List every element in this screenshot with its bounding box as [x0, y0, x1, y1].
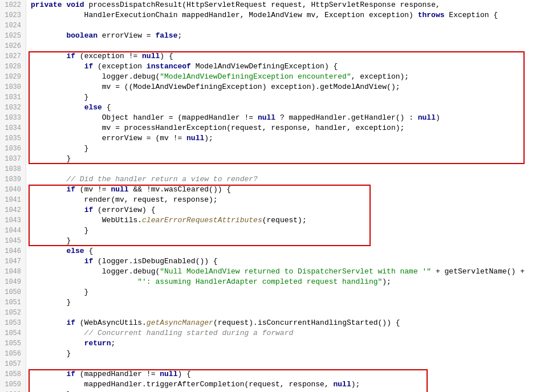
line-number: 1050	[0, 287, 26, 297]
line-content: // Did the handler return a view to rend…	[26, 174, 536, 185]
line-number: 1053	[0, 318, 26, 328]
line-content: mappedHandler.triggerAfterCompletion(req…	[26, 379, 536, 390]
line-number: 1037	[0, 154, 26, 164]
table-row: 1047 if (logger.isDebugEnabled()) {	[0, 256, 536, 267]
line-number: 1026	[0, 41, 26, 51]
line-number: 1029	[0, 72, 26, 82]
line-content: }	[26, 236, 536, 246]
line-number: 1046	[0, 246, 26, 256]
line-content: mv = ((ModelAndViewDefiningException) ex…	[26, 82, 536, 92]
table-row: 1031 }	[0, 92, 536, 103]
line-number: 1033	[0, 113, 26, 123]
table-row: 1030 mv = ((ModelAndViewDefiningExceptio…	[0, 82, 536, 92]
line-content: if (mv != null && !mv.wasCleared()) {	[26, 185, 536, 195]
table-row: 1022private void processDispatchResult(H…	[0, 0, 536, 10]
line-number: 1031	[0, 92, 26, 103]
table-row: 1027 if (exception != null) {	[0, 51, 536, 62]
table-row: 1034 mv = processHandlerException(reques…	[0, 123, 536, 133]
line-number: 1059	[0, 379, 26, 390]
line-number: 1055	[0, 338, 26, 349]
line-content: Object handler = (mappedHandler != null …	[26, 113, 536, 123]
table-row: 1036 }	[0, 144, 536, 154]
line-number: 1038	[0, 164, 26, 174]
line-content: if (mappedHandler != null) {	[26, 369, 536, 379]
table-row: 1037 }	[0, 154, 536, 164]
line-number: 1043	[0, 215, 26, 226]
line-number: 1022	[0, 0, 26, 10]
line-content: }	[26, 349, 536, 359]
line-content: return;	[26, 338, 536, 349]
line-content: HandlerExecutionChain mappedHandler, Mod…	[26, 10, 536, 21]
line-number: 1030	[0, 82, 26, 92]
table-row: 1055 return;	[0, 338, 536, 349]
line-content: WebUtils.clearErrorRequestAttributes(req…	[26, 215, 536, 226]
line-number: 1052	[0, 308, 26, 318]
table-row: 1056 }	[0, 349, 536, 359]
line-number: 1057	[0, 359, 26, 369]
line-content: if (exception != null) {	[26, 51, 536, 62]
table-row: 1046 else {	[0, 246, 536, 256]
line-content: }	[26, 390, 536, 392]
table-row: 1029 logger.debug("ModelAndViewDefiningE…	[0, 72, 536, 82]
line-content: }	[26, 154, 536, 164]
line-number: 1058	[0, 369, 26, 379]
line-content: // Concurrent handling started during a …	[26, 328, 536, 338]
table-row: 1052	[0, 308, 536, 318]
line-number: 1047	[0, 256, 26, 267]
line-content: else {	[26, 103, 536, 113]
table-row: 1039 // Did the handler return a view to…	[0, 174, 536, 185]
table-row: 1049 "': assuming HandlerAdapter complet…	[0, 277, 536, 287]
table-row: 1025 boolean errorView = false;	[0, 31, 536, 41]
table-row: 1054 // Concurrent handling started duri…	[0, 328, 536, 338]
line-number: 1036	[0, 144, 26, 154]
table-row: 1041 render(mv, request, response);	[0, 195, 536, 205]
line-number: 1040	[0, 185, 26, 195]
table-row: 1035 errorView = (mv != null);	[0, 133, 536, 144]
line-number: 1024	[0, 21, 26, 31]
line-number: 1042	[0, 205, 26, 215]
line-content: }	[26, 92, 536, 103]
table-row: 1051 }	[0, 297, 536, 308]
table-row: 1033 Object handler = (mappedHandler != …	[0, 113, 536, 123]
line-number: 1041	[0, 195, 26, 205]
line-number: 1044	[0, 226, 26, 236]
table-row: 1038	[0, 164, 536, 174]
code-editor: 1022private void processDispatchResult(H…	[0, 0, 536, 392]
line-content: if (logger.isDebugEnabled()) {	[26, 256, 536, 267]
line-content: }	[26, 226, 536, 236]
line-content: if (WebAsyncUtils.getAsyncManager(reques…	[26, 318, 536, 328]
table-row: 1043 WebUtils.clearErrorRequestAttribute…	[0, 215, 536, 226]
line-content: errorView = (mv != null);	[26, 133, 536, 144]
line-content: "': assuming HandlerAdapter completed re…	[26, 277, 536, 287]
line-number: 1028	[0, 62, 26, 72]
line-number: 1023	[0, 10, 26, 21]
line-content: if (errorView) {	[26, 205, 536, 215]
table-row: 1032 else {	[0, 103, 536, 113]
line-number: 1034	[0, 123, 26, 133]
line-content: }	[26, 144, 536, 154]
table-row: 1057	[0, 359, 536, 369]
line-number: 1039	[0, 174, 26, 185]
table-row: 1042 if (errorView) {	[0, 205, 536, 215]
line-number: 1051	[0, 297, 26, 308]
table-row: 1048 logger.debug("Null ModelAndView ret…	[0, 267, 536, 277]
table-row: 1044 }	[0, 226, 536, 236]
table-row: 1023 HandlerExecutionChain mappedHandler…	[0, 10, 536, 21]
line-content: if (exception instanceof ModelAndViewDef…	[26, 62, 536, 72]
line-content: mv = processHandlerException(request, re…	[26, 123, 536, 133]
line-content: logger.debug("Null ModelAndView returned…	[26, 267, 536, 277]
table-row: 1059 mappedHandler.triggerAfterCompletio…	[0, 379, 536, 390]
table-row: 1060 }	[0, 390, 536, 392]
line-number: 1056	[0, 349, 26, 359]
table-row: 1058 if (mappedHandler != null) {	[0, 369, 536, 379]
line-content: }	[26, 287, 536, 297]
line-number: 1049	[0, 277, 26, 287]
line-number: 1032	[0, 103, 26, 113]
line-content: private void processDispatchResult(HttpS…	[26, 0, 536, 10]
line-number: 1035	[0, 133, 26, 144]
line-number: 1054	[0, 328, 26, 338]
line-number: 1027	[0, 51, 26, 62]
table-row: 1040 if (mv != null && !mv.wasCleared())…	[0, 185, 536, 195]
line-number: 1025	[0, 31, 26, 41]
table-row: 1050 }	[0, 287, 536, 297]
